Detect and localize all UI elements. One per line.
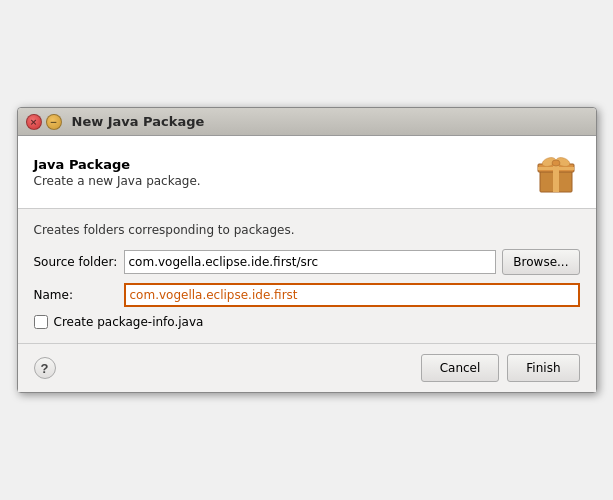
package-info-checkbox[interactable] (34, 315, 48, 329)
footer-right: Cancel Finish (421, 354, 580, 382)
dialog-title: New Java Package (72, 114, 205, 129)
checkbox-row: Create package-info.java (34, 315, 580, 329)
name-label: Name: (34, 288, 124, 302)
name-row: Name: (34, 283, 580, 307)
header-title: Java Package (34, 157, 201, 172)
gift-icon-container (532, 148, 580, 196)
finish-button[interactable]: Finish (507, 354, 579, 382)
svg-rect-4 (538, 167, 574, 170)
header-section: Java Package Create a new Java package. (18, 136, 596, 209)
footer-section: ? Cancel Finish (18, 343, 596, 392)
browse-button[interactable]: Browse... (502, 249, 579, 275)
close-button[interactable]: × (26, 114, 42, 130)
header-subtitle: Create a new Java package. (34, 174, 201, 188)
header-text: Java Package Create a new Java package. (34, 157, 201, 188)
minimize-button[interactable]: − (46, 114, 62, 130)
svg-point-7 (552, 160, 560, 166)
source-folder-row: Source folder: Browse... (34, 249, 580, 275)
name-input[interactable] (124, 283, 580, 307)
description-text: Creates folders corresponding to package… (34, 223, 580, 237)
cancel-button[interactable]: Cancel (421, 354, 500, 382)
dialog-window: × − New Java Package Java Package Create… (17, 107, 597, 393)
source-folder-input[interactable] (124, 250, 497, 274)
footer-left: ? (34, 357, 56, 379)
title-bar-buttons: × − (26, 114, 62, 130)
gift-icon (536, 150, 576, 194)
content-area: Creates folders corresponding to package… (18, 209, 596, 343)
checkbox-label: Create package-info.java (54, 315, 204, 329)
title-bar: × − New Java Package (18, 108, 596, 136)
source-folder-label: Source folder: (34, 255, 124, 269)
svg-rect-3 (553, 172, 559, 192)
help-button[interactable]: ? (34, 357, 56, 379)
